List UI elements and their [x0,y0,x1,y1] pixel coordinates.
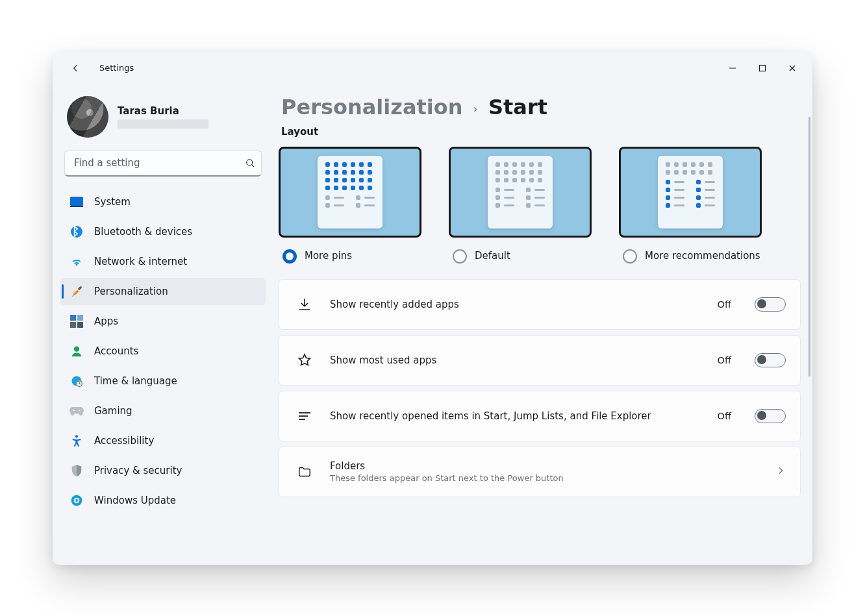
bluetooth-icon [69,225,84,239]
search-input[interactable] [74,157,244,169]
toggle-knob [757,299,766,308]
update-icon [69,493,84,508]
radio-label: More pins [305,249,352,262]
toggle-recent-items[interactable] [755,409,786,423]
toggle-state-label: Off [718,411,731,421]
close-icon [788,64,796,72]
nav: System Bluetooth & devices Network & int… [60,188,266,514]
sidebar-item-label: System [94,196,131,208]
breadcrumb: Personalization › Start [281,95,801,119]
section-label-layout: Layout [281,126,801,138]
sidebar-item-system[interactable]: System [60,188,266,216]
radio-label: More recommendations [645,249,760,262]
sidebar-item-label: Time & language [94,375,177,387]
sidebar-item-label: Privacy & security [94,465,182,476]
toggle-recently-added[interactable] [755,297,786,312]
sidebar-item-accounts[interactable]: Accounts [60,338,266,365]
back-button[interactable] [66,58,86,79]
list-icon [296,408,313,425]
svg-rect-10 [77,315,83,321]
window-title: Settings [99,63,134,73]
wifi-icon [69,254,84,269]
layout-preview [658,156,723,228]
avatar [67,96,108,138]
toggle-state-label: Off [718,299,731,310]
profile-name: Taras Buria [118,105,208,117]
setting-most-used: Show most used apps Off [279,335,801,386]
profile-email-placeholder [118,119,208,129]
setting-title: Folders [330,460,758,472]
accessibility-icon [69,434,84,448]
sidebar-item-apps[interactable]: Apps [60,308,266,335]
accounts-icon [69,344,84,358]
sidebar-item-network[interactable]: Network & internet [60,248,266,275]
search-icon [244,157,256,169]
star-icon [296,352,313,369]
maximize-button[interactable] [747,58,777,79]
download-icon [296,296,313,313]
profile-block[interactable]: Taras Buria [60,91,266,147]
setting-title: Show most used apps [330,354,701,366]
radio-indicator [623,249,637,264]
svg-line-5 [252,165,254,167]
scrollbar[interactable] [809,117,811,467]
sidebar-item-bluetooth[interactable]: Bluetooth & devices [60,218,266,245]
search-box[interactable] [64,151,262,177]
settings-list: Show recently added apps Off Show most u… [279,279,801,497]
sidebar-item-label: Accessibility [94,435,154,447]
radio-indicator [282,249,297,264]
sidebar-item-label: Gaming [94,405,132,417]
close-button[interactable] [777,58,807,79]
body: Taras Buria System Bluetooth & devices [53,84,812,565]
breadcrumb-parent[interactable]: Personalization [281,95,463,119]
radio-indicator [453,249,467,264]
toggle-most-used[interactable] [755,353,786,367]
scrollbar-thumb[interactable] [809,117,810,376]
layout-radio-group: More pins Default More recommendations [279,249,801,264]
setting-title: Show recently added apps [330,299,701,310]
window-controls [718,58,807,79]
svg-rect-1 [760,65,766,71]
sidebar-item-time-language[interactable]: Time & language [60,367,266,395]
setting-folders[interactable]: Folders These folders appear on Start ne… [279,447,801,497]
chevron-right-icon [775,465,786,478]
svg-rect-9 [70,315,76,321]
layout-option-more-recommendations[interactable] [619,147,762,238]
layout-option-default[interactable] [449,147,592,238]
setting-recently-added: Show recently added apps Off [279,279,801,330]
sidebar: Taras Buria System Bluetooth & devices [53,84,273,565]
minimize-icon [729,64,736,72]
toggle-knob [757,355,766,364]
radio-more-recommendations[interactable]: More recommendations [619,249,762,264]
sidebar-item-label: Personalization [94,286,168,297]
svg-point-13 [74,346,79,351]
svg-rect-7 [70,206,83,207]
minimize-button[interactable] [718,58,747,79]
profile-text: Taras Buria [118,105,208,129]
sidebar-item-privacy[interactable]: Privacy & security [60,457,266,484]
sidebar-item-label: Windows Update [94,495,176,506]
layout-preview [488,156,553,228]
chevron-right-icon: › [473,102,478,116]
arrow-left-icon [71,63,81,73]
shield-icon [69,463,84,478]
clock-globe-icon [69,374,84,388]
settings-window: Settings Taras Buria [53,52,812,565]
folder-icon [296,463,313,480]
sidebar-item-label: Bluetooth & devices [94,226,192,238]
sidebar-item-accessibility[interactable]: Accessibility [60,427,266,454]
toggle-state-label: Off [718,355,731,365]
sidebar-item-personalization[interactable]: Personalization [60,278,266,305]
svg-point-20 [71,495,82,506]
layout-preview [318,156,382,228]
radio-default[interactable]: Default [449,249,592,264]
sidebar-item-label: Network & internet [94,256,187,267]
titlebar: Settings [53,52,812,84]
system-icon [69,195,84,209]
sidebar-item-gaming[interactable]: Gaming [60,397,266,425]
sidebar-item-windows-update[interactable]: Windows Update [60,487,266,514]
maximize-icon [758,64,766,72]
layout-option-more-pins[interactable] [279,147,421,238]
setting-subtitle: These folders appear on Start next to th… [330,473,758,483]
radio-more-pins[interactable]: More pins [279,249,421,264]
